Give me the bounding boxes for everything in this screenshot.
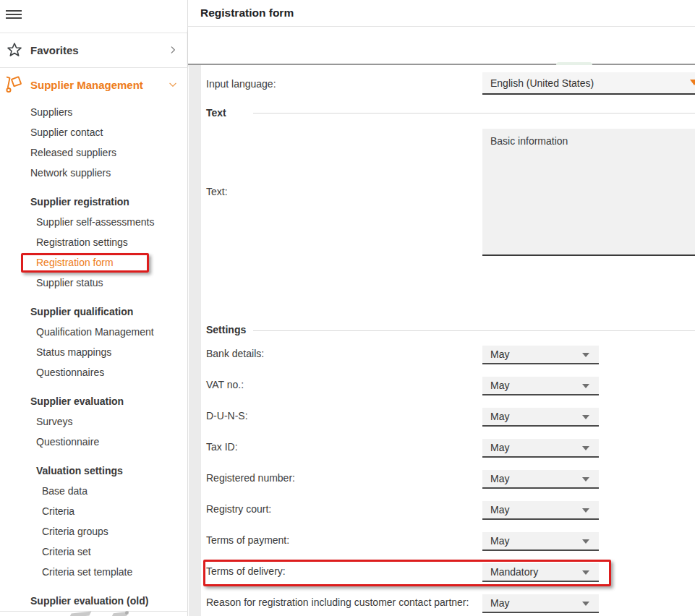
page-title: Registration form xyxy=(200,7,294,20)
chevron-down-icon xyxy=(582,415,589,419)
sidebar-nav: Suppliers Supplier contact Released supp… xyxy=(0,102,188,611)
registry-court-select[interactable]: May xyxy=(482,501,599,520)
chevron-down-icon xyxy=(582,570,589,575)
sidebar-section-supplier-qualification: Supplier qualification xyxy=(0,301,188,322)
sidebar-item-registration-settings[interactable]: Registration settings xyxy=(0,232,188,252)
terms-of-payment-label: Terms of payment: xyxy=(206,534,289,546)
sidebar-item-criteria-groups[interactable]: Criteria groups xyxy=(0,521,188,542)
sidebar-item-questionnaire[interactable]: Questionnaire xyxy=(0,432,188,452)
input-language-select[interactable]: English (United States) xyxy=(482,72,695,95)
sidebar-item-criteria-set[interactable]: Criteria set xyxy=(0,542,188,562)
chevron-right-icon xyxy=(168,45,178,55)
sidebar-item-base-data[interactable]: Base data xyxy=(0,481,188,501)
tax-id-select[interactable]: May xyxy=(482,439,599,458)
sidebar-section-supplier-evaluation-old: Supplier evaluation (old) xyxy=(0,591,188,611)
sidebar-section-supplier-evaluation: Supplier evaluation xyxy=(0,391,188,411)
section-rule xyxy=(253,330,695,331)
chevron-down-icon xyxy=(582,384,589,388)
chevron-down-icon xyxy=(582,508,589,513)
supplier-management-label: Supplier Management xyxy=(30,79,143,91)
sidebar-item-supplier-self-assessments[interactable]: Supplier self-assessments xyxy=(0,212,188,232)
divider xyxy=(0,611,188,612)
sidebar-item-questionnaires[interactable]: Questionnaires xyxy=(0,362,188,382)
section-rule xyxy=(253,113,695,114)
sidebar-item-supplier-contact[interactable]: Supplier contact xyxy=(0,122,188,142)
select-value: May xyxy=(490,504,509,516)
registry-court-label: Registry court: xyxy=(206,503,271,515)
select-value: May xyxy=(490,597,509,609)
app-window: Favorites Supplier Management xyxy=(0,0,695,616)
sidebar-section-supplier-registration: Supplier registration xyxy=(0,192,188,212)
bank-details-label: Bank details: xyxy=(206,348,264,359)
select-value: May xyxy=(490,380,509,391)
sidebar-item-surveys[interactable]: Surveys xyxy=(0,411,188,432)
registered-number-label: Registered number: xyxy=(206,472,295,484)
select-value: May xyxy=(490,442,509,453)
bank-details-select[interactable]: May xyxy=(482,346,599,364)
hand-truck-icon xyxy=(5,74,24,95)
brand-logo xyxy=(69,611,92,616)
reason-for-registration-select[interactable]: May xyxy=(482,594,599,613)
favorites-label: Favorites xyxy=(30,44,79,56)
text-section-heading: Text xyxy=(206,107,226,119)
duns-select[interactable]: May xyxy=(482,408,599,427)
duns-label: D-U-N-S: xyxy=(206,410,248,422)
registered-number-select[interactable]: May xyxy=(482,470,599,489)
sidebar-item-released-suppliers[interactable]: Released suppliers xyxy=(0,142,188,163)
select-value: May xyxy=(490,535,509,547)
text-field-label: Text: xyxy=(206,186,228,197)
brand-logo xyxy=(125,611,129,615)
chevron-down-icon xyxy=(582,539,589,544)
sidebar-item-supplier-status[interactable]: Supplier status xyxy=(0,273,188,293)
terms-of-delivery-label: Terms of delivery: xyxy=(206,565,286,577)
select-value: Mandatory xyxy=(490,566,538,578)
scrollbar-track[interactable] xyxy=(189,65,201,616)
input-language-value: English (United States) xyxy=(490,77,594,89)
chevron-down-icon xyxy=(168,80,178,90)
chevron-down-icon xyxy=(582,353,589,357)
toolbar: Save and close SAVE Import default texts xyxy=(188,27,695,65)
sidebar-item-criteria-set-template[interactable]: Criteria set template xyxy=(0,562,188,582)
star-icon xyxy=(5,41,24,59)
tax-id-label: Tax ID: xyxy=(206,441,238,453)
sidebar-item-registration-form[interactable]: Registration form xyxy=(0,252,188,273)
select-value: May xyxy=(490,348,509,360)
sidebar-item-status-mappings[interactable]: Status mappings xyxy=(0,342,188,362)
chevron-down-icon xyxy=(582,446,589,450)
sidebar-item-suppliers[interactable]: Suppliers xyxy=(0,102,188,122)
terms-of-payment-select[interactable]: May xyxy=(482,532,599,551)
select-value: May xyxy=(490,411,509,422)
chevron-down-icon xyxy=(582,477,589,482)
sidebar-item-qualification-management[interactable]: Qualification Management xyxy=(0,322,188,342)
terms-of-delivery-select[interactable]: Mandatory xyxy=(482,563,599,582)
sidebar-item-favorites[interactable]: Favorites xyxy=(0,33,188,67)
sidebar-item-criteria[interactable]: Criteria xyxy=(0,501,188,521)
reason-for-registration-label: Reason for registration including custom… xyxy=(206,596,469,608)
chevron-down-icon xyxy=(690,80,695,85)
sidebar: Favorites Supplier Management xyxy=(0,0,188,616)
page-header: Registration form xyxy=(188,0,695,27)
sidebar-section-valuation-settings: Valuation settings xyxy=(0,461,188,481)
select-value: May xyxy=(490,473,509,484)
sidebar-item-supplier-management[interactable]: Supplier Management xyxy=(0,67,188,102)
vat-no-select[interactable]: May xyxy=(482,377,599,395)
menu-hamburger-icon[interactable] xyxy=(6,8,22,21)
settings-section-heading: Settings xyxy=(206,324,246,335)
text-textarea[interactable]: Basic information xyxy=(482,129,695,256)
sidebar-item-network-suppliers[interactable]: Network suppliers xyxy=(0,163,188,183)
vat-no-label: VAT no.: xyxy=(206,379,244,390)
chevron-down-icon xyxy=(582,602,589,606)
input-language-label: Input language: xyxy=(206,78,276,90)
